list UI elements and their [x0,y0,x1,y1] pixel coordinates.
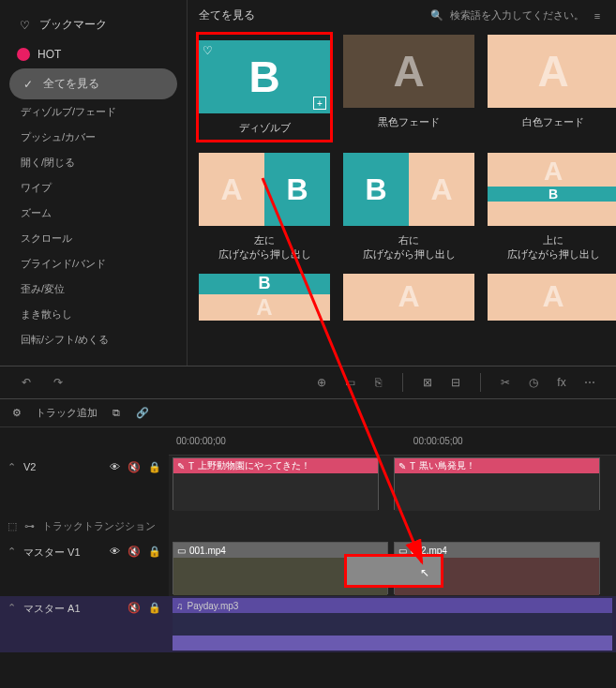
view-all-nav[interactable]: ✓ 全てを見る [9,68,177,99]
search-icon: 🔍 [429,8,444,23]
transition-item[interactable]: A [488,274,616,321]
check-icon: ✓ [21,77,36,92]
track-name: トラックトランジション [42,519,156,533]
more-icon[interactable]: ⋯ [582,375,597,390]
delete-icon[interactable]: ⊠ [420,375,435,390]
category-zoom[interactable]: ズーム [0,201,187,226]
lock-icon[interactable]: 🔒 [148,602,161,614]
transition-push-right[interactable]: BA 右に 広げながら押し出し [343,153,474,261]
card-label: 左に 広げながら押し出し [218,233,311,261]
hot-icon [17,48,30,61]
category-sidebar: ♡ ブックマーク HOT ✓ 全てを見る ディゾルブ/フェード プッシュ/カバー… [0,0,188,366]
bookmark-nav[interactable]: ♡ ブックマーク [0,9,187,40]
clip-title: 001.mp4 [189,546,226,556]
card-label: 白色フェード [522,115,584,128]
cut-icon[interactable]: ✂ [498,375,513,390]
timecode: 00:00:00;00 [176,436,226,446]
category-open[interactable]: 開く/閉じる [0,150,187,175]
transition-dissolve[interactable]: ♡ B + ディゾルブ [199,35,330,140]
timeline-toolbar: ↶ ↷ ⊕ ▭ ⎘ ⊠ ⊟ ✂ ◷ fx ⋯ [0,366,616,399]
hot-label: HOT [38,48,61,61]
text-clip-1[interactable]: ✎T上野動物園にやってきた！ [173,457,379,510]
add-marker-icon[interactable]: ⊕ [314,375,329,390]
track-a1-header: ⌃ マスター A1 🔇 🔒 fx [0,596,169,652]
pencil-icon: ✎ [398,461,406,471]
category-wipe[interactable]: ワイプ [0,175,187,201]
transition-white-fade[interactable]: A 白色フェード [488,35,616,140]
magnet-icon[interactable]: ⧉ [109,406,124,421]
collapse-icon[interactable]: ⌃ [8,602,16,614]
visibility-icon[interactable]: 👁 [110,546,120,558]
transition-black-fade[interactable]: A 黒色フェード [343,35,474,140]
card-label: 黒色フェード [378,115,440,128]
chain-icon: ⊶ [24,520,35,532]
link-icon[interactable]: 🔗 [135,406,150,421]
mute-icon[interactable]: 🔇 [128,602,141,614]
menu-icon[interactable]: ≡ [590,8,605,23]
track-v2-content[interactable]: ✎T上野動物園にやってきた！ ✎T黒い鳥発見！ [169,456,616,512]
clip-title: 黒い鳥発見！ [419,459,475,472]
bookmark-label: ブックマーク [39,17,107,33]
time-ruler[interactable]: 00:00:00;00 00:00:05;00 [169,427,616,456]
collapse-icon[interactable]: ⌃ [8,461,16,473]
add-track-label[interactable]: トラック追加 [36,406,98,420]
cursor-icon: ↖ [420,566,429,579]
lock-icon[interactable]: 🔒 [148,461,161,473]
category-blind[interactable]: ブラインド/バンド [0,251,187,277]
text-clip-2[interactable]: ✎T黒い鳥発見！ [394,457,600,510]
add-icon[interactable]: + [313,97,326,110]
transition-item[interactable]: A [343,274,474,321]
track-transition-header: ⬚ ⊶ トラックトランジション [0,512,169,540]
browser-title: 全てを見る [199,7,255,23]
undo-icon[interactable]: ↶ [19,375,34,390]
clip-title: 上野動物園にやってきた！ [198,459,310,472]
category-scroll[interactable]: スクロール [0,226,187,251]
category-rotate[interactable]: 回転/シフト/めくる [0,327,187,352]
category-push[interactable]: プッシュ/カバー [0,125,187,150]
clip-title: 002.mp4 [411,546,447,556]
view-all-label: 全てを見る [43,76,99,92]
track-a1-content[interactable]: ♫Payday.mp3 [169,596,616,652]
speed-icon[interactable]: ◷ [526,375,541,390]
settings-icon[interactable]: ⚙ [9,406,24,421]
transition-item[interactable]: BA [199,274,330,321]
track-name: V2 [23,461,36,472]
search-box[interactable]: 🔍 検索語を入力してください。 ≡ [429,8,605,23]
track-name: マスター V1 [23,546,81,560]
music-icon: ♫ [176,601,184,611]
link-icon: ⬚ [8,520,17,532]
card-label: ディゾルブ [239,121,291,134]
clip-title: Payday.mp3 [188,601,239,611]
fx-icon[interactable]: fx [554,375,569,390]
card-label: 上に 広げながら押し出し [507,233,600,261]
hot-nav[interactable]: HOT [0,40,187,68]
visibility-icon[interactable]: 👁 [110,461,120,473]
copy-icon[interactable]: ⎘ [370,375,385,390]
timecode: 00:00:05;00 [413,436,463,446]
audio-clip[interactable]: ♫Payday.mp3 [173,598,612,651]
mute-icon[interactable]: 🔇 [128,461,141,473]
split-icon[interactable]: ▭ [342,375,357,390]
track-v2-header: ⌃ V2 👁 🔇 🔒 [0,456,169,512]
transition-push-left[interactable]: AB 左に 広げながら押し出し [199,153,330,261]
category-dissolve[interactable]: ディゾルブ/フェード [0,99,187,125]
transition-browser: 全てを見る 🔍 検索語を入力してください。 ≡ ♡ B + ディゾルブ A 黒色… [188,0,616,366]
collapse-icon[interactable]: ⌃ [8,546,16,558]
track-transition-content[interactable] [169,512,616,540]
favorite-icon[interactable]: ♡ [203,44,213,57]
pencil-icon: ✎ [177,461,185,471]
redo-icon[interactable]: ↷ [51,375,66,390]
track-name: マスター A1 [23,602,81,616]
category-scatter[interactable]: まき散らし [0,302,187,327]
mute-icon[interactable]: 🔇 [128,546,141,558]
ripple-delete-icon[interactable]: ⊟ [448,375,463,390]
lock-icon[interactable]: 🔒 [148,546,161,558]
search-placeholder: 検索語を入力してください。 [450,8,584,22]
category-distort[interactable]: 歪み/変位 [0,277,187,302]
track-v1-header: ⌃ マスター V1 👁 🔇 🔒 [0,540,169,596]
heart-icon: ♡ [17,18,32,33]
card-label: 右に 広げながら押し出し [363,233,456,261]
track-v1-content[interactable]: ▭001.mp4 ▭002.mp4 ↖ [169,540,616,596]
transition-push-up[interactable]: AB 上に 広げながら押し出し [488,153,616,261]
